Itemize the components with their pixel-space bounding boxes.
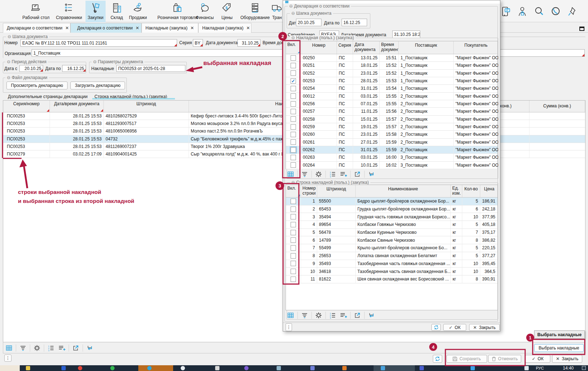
include-checkbox[interactable] (291, 269, 296, 274)
subtab-pages[interactable]: Дополнительные страницы декларации (8, 94, 88, 99)
include-checkbox[interactable] (291, 207, 296, 212)
ribbon-item-equipment[interactable]: Оборудование (237, 1, 273, 22)
numlist-icon[interactable]: 123 (329, 170, 337, 178)
date-from-field[interactable]: 20.10.25 (19, 65, 43, 72)
invoice-row[interactable]: 00257 ПС 11.01.25 15:56 2_Поставщик "Мар… (286, 108, 497, 115)
win-app-icon[interactable] (471, 366, 475, 370)
export-icon[interactable] (353, 311, 361, 319)
dialog-refresh-button[interactable] (431, 324, 441, 331)
line-row[interactable]: 11 81622 Шея свиная охлажденная вес Бори… (286, 275, 497, 283)
col-incl[interactable]: Вкл. (286, 185, 301, 197)
tab-declarations[interactable]: Декларации о соответствии✕ (3, 23, 70, 33)
line-row[interactable]: 2 65453 Грудка цыплят-бройлеров охлажден… (286, 205, 497, 213)
book-icon[interactable] (277, 366, 281, 370)
filter-icon[interactable] (301, 311, 309, 319)
messages-icon[interactable] (501, 6, 511, 17)
col-barcode[interactable]: Штрихкод (317, 185, 356, 197)
invoice-row[interactable]: 00260 ПС 23.01.25 15:58 2_Поставщик "Мар… (286, 131, 497, 138)
dialog-ok-button[interactable]: ✓ОК (443, 324, 466, 331)
line-row[interactable]: 6 14789 Колбаски Свиные Черкизово кг 8 3… (286, 236, 497, 244)
more-actions-button[interactable]: ⋮ (4, 354, 11, 362)
return-icon[interactable] (86, 344, 94, 352)
date-to-field[interactable]: 16.12.25 (62, 65, 86, 72)
series-field[interactable]: BY (193, 39, 203, 47)
invoice-row[interactable]: 00252 ПС 23.01.25 15:52 1_Поставщик "Мар… (286, 70, 497, 77)
save-button[interactable]: Сохранить (446, 355, 487, 363)
return-icon[interactable] (367, 311, 375, 319)
col-date[interactable]: Дата документа (353, 41, 380, 54)
include-checkbox[interactable] (291, 109, 296, 114)
ribbon-item-sales[interactable]: Продажи (126, 1, 149, 22)
include-checkbox[interactable] (291, 78, 296, 84)
invoice-row[interactable]: 00254 ПС 31.01.25 15:54 1_Поставщик "Мар… (286, 85, 497, 92)
invoice-row[interactable]: 00253 ПС 28.01.25 15:53 1_Поставщик "Мар… (286, 77, 497, 85)
dlg-datetime-field[interactable]: 31.10.25 18:23 (392, 31, 420, 38)
taskbar-clock[interactable]: 14:40 (563, 366, 574, 371)
keyboard-icon[interactable] (524, 366, 529, 370)
close-icon[interactable]: ✕ (136, 25, 139, 31)
ribbon-item-finance[interactable]: Финансы (192, 1, 218, 22)
invoice-row[interactable]: 00259 ПС 19.01.25 15:57 2_Поставщик "Мар… (286, 123, 497, 131)
gear-icon[interactable] (315, 311, 323, 319)
ribbon-item-desktop[interactable]: Рабочий стол (21, 1, 51, 22)
export-icon[interactable] (353, 170, 361, 178)
listplus-icon[interactable] (339, 170, 347, 178)
col-unit[interactable]: Ед. изм. (451, 185, 462, 197)
line-row[interactable]: 5 56478 Колбаски Куриные Черкизово кг 7 … (286, 229, 497, 237)
tab-invoices[interactable]: Накладные (закупка)✕ (142, 23, 198, 33)
close-icon[interactable]: ✕ (190, 25, 194, 31)
close-icon[interactable]: ✕ (65, 25, 69, 31)
invoice-row[interactable]: 00012 ПС 03.01.25 15:55 2_Поставщик "Мар… (286, 93, 497, 100)
ribbon-item-purchases[interactable]: Закупки (85, 1, 106, 22)
col-series[interactable]: Серия (337, 41, 353, 54)
include-checkbox[interactable] (291, 124, 296, 130)
dlg-date-to-field[interactable]: 16.12.25 (342, 19, 367, 26)
col-name[interactable]: Наименование (356, 185, 451, 197)
notes-icon[interactable] (215, 366, 219, 370)
col-datetime[interactable]: Дата/время документа (50, 101, 104, 112)
search-icon[interactable] (534, 6, 544, 17)
grid-icon[interactable] (287, 170, 295, 178)
include-checkbox[interactable] (291, 277, 296, 282)
code-icon[interactable] (342, 366, 347, 370)
cancel-button[interactable]: Отменить (488, 355, 521, 363)
include-checkbox[interactable] (291, 230, 296, 235)
media-icon[interactable] (310, 366, 315, 370)
tab-declaration[interactable]: Декларация о соответствии✕ (70, 23, 142, 33)
grid-icon[interactable] (287, 311, 295, 319)
browser-icon[interactable] (78, 366, 82, 370)
invoice-row[interactable]: 00262 ПС 31.01.25 15:59 2_Поставщик "Мар… (286, 146, 497, 154)
user-lock-icon[interactable] (518, 6, 528, 17)
invoices-field[interactable]: ПС00253 от 2025-01-28 (116, 65, 185, 72)
col-barcode[interactable]: Штрихкод (104, 101, 189, 112)
include-checkbox[interactable] (291, 147, 296, 153)
include-checkbox[interactable] (291, 199, 296, 204)
listplus-icon[interactable] (339, 311, 347, 319)
include-checkbox[interactable] (291, 245, 296, 251)
col-qty[interactable]: Кол-во (462, 185, 480, 197)
col-num[interactable]: Номер (301, 41, 337, 54)
close-button[interactable]: ✕Закрыть (552, 355, 582, 363)
ok-button[interactable]: ✓ОК (525, 355, 550, 363)
choose-invoices-button[interactable]: Выбрать накладные (534, 344, 584, 352)
col-supplier[interactable]: Поставщик (399, 41, 454, 54)
floppy-icon[interactable] (61, 366, 66, 370)
include-checkbox[interactable] (291, 70, 296, 76)
dlg-date-from-field[interactable]: 20.10.25 (296, 19, 321, 26)
gear-icon[interactable] (315, 170, 323, 178)
col-buyer[interactable]: Покупатель (454, 41, 498, 54)
include-checkbox[interactable] (291, 93, 296, 99)
include-checkbox[interactable] (291, 155, 296, 160)
line-row[interactable]: 3 35494 Грудная часть говяжья охлажденна… (286, 213, 497, 221)
ribbon-item-refbook[interactable]: Справочники (52, 1, 85, 22)
close-icon[interactable]: ✕ (246, 25, 250, 31)
dialog-more-button[interactable]: ⋮ (286, 323, 292, 331)
invoice-row[interactable]: 00256 ПС 07.01.25 15:55 2_Поставщик "Мар… (286, 100, 497, 108)
line-row[interactable]: 9 35493 Тазобедренная часть говяжья охла… (286, 260, 497, 268)
listplus-icon[interactable] (58, 344, 66, 352)
invoice-row[interactable]: 00263 ПС 03.01.25 16:00 3_Поставщик "Мар… (286, 154, 497, 161)
line-row[interactable]: 4 89654 Колбаски Говяжьи Черкизово кг 5 … (286, 221, 497, 229)
numlist-icon[interactable]: 123 (329, 311, 337, 319)
number-field[interactable]: ЕАЭС № BY.112 11.02 ТРО11 111.01 21161 (20, 39, 177, 47)
col-incl[interactable]: Вкл. (286, 41, 301, 54)
